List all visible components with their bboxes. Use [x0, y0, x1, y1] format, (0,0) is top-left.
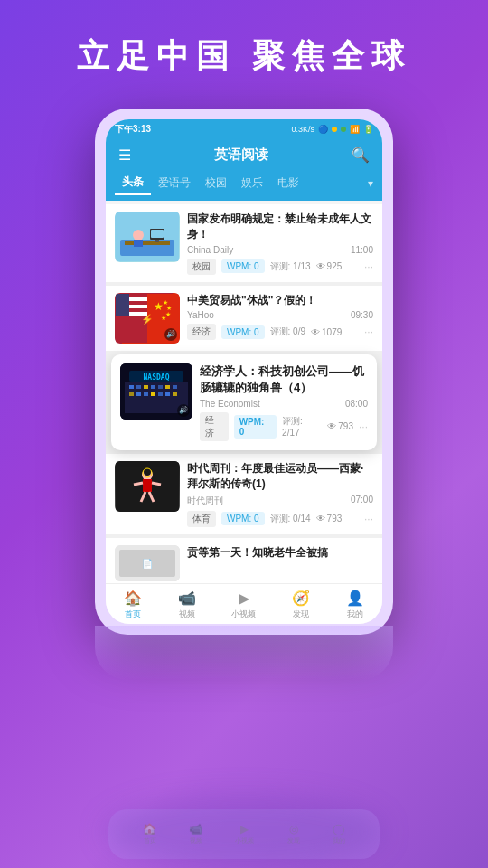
article-meta-4: 时代周刊 07:00	[187, 495, 373, 507]
article-menu-4[interactable]: ···	[364, 513, 373, 525]
phone-frame: 下午3:13 0.3K/s 🔵 📶 🔋 ☰ 英语阅读 🔍 头条	[95, 108, 393, 680]
article-tag-3: 经济	[200, 412, 229, 441]
article-wpm-2: WPM: 0	[221, 326, 265, 339]
signal-dot1	[332, 127, 337, 132]
article-stats-3: 经济 WPM: 0 评测: 2/17 👁 793 ···	[200, 412, 368, 441]
article-time-2: 09:30	[351, 310, 373, 320]
article-review-2: 评测: 0/9	[270, 326, 305, 338]
menu-icon[interactable]: ☰	[118, 146, 131, 164]
article-tag-2: 经济	[187, 324, 216, 340]
svg-rect-15	[116, 294, 129, 316]
article-card-4[interactable]: 时代周刊：年度最佳运动员——西蒙·拜尔斯的传奇(1) 时代周刊 07:00 体育…	[106, 454, 382, 534]
article-card-3[interactable]: NASDAQ 🔊 经济学人：科技初创公司——饥肠辘辘的独角兽（4） The Ec…	[111, 354, 377, 450]
svg-rect-30	[165, 385, 170, 389]
nav-item-profile[interactable]: 👤 我的	[346, 590, 364, 620]
profile-icon: 👤	[346, 590, 364, 607]
svg-rect-33	[136, 392, 141, 396]
article-time-4: 07:00	[351, 495, 373, 507]
content-area: 国家发布明确规定：禁止给未成年人文身！ China Daily 11:00 校园…	[106, 204, 382, 583]
tab-headlines[interactable]: 头条	[115, 171, 151, 195]
article-meta-2: YaHoo 09:30	[187, 310, 373, 320]
article-info-1: 国家发布明确规定：禁止给未成年人文身！ China Daily 11:00 校园…	[187, 212, 373, 275]
article-views-2: 👁 1079	[311, 327, 342, 337]
article-info-5: 贡等第一天！知晓老牛全被搞	[187, 545, 373, 563]
article-review-4: 评测: 0/14	[270, 513, 311, 525]
article-time-3: 08:00	[345, 399, 368, 409]
bottom-nav: 🏠 首页 📹 视频 ▶ 小视频 🧭 发现 👤 我的	[106, 583, 382, 624]
svg-rect-35	[151, 392, 155, 396]
svg-rect-32	[129, 392, 134, 396]
article-title-3: 经济学人：科技初创公司——饥肠辘辘的独角兽（4）	[200, 363, 368, 396]
article-thumb-5: 📄	[115, 545, 180, 581]
network-speed: 0.3K/s	[291, 125, 314, 134]
tab-movies[interactable]: 电影	[270, 172, 306, 194]
article-tag-1: 校园	[187, 259, 216, 275]
nav-item-discover[interactable]: 🧭 发现	[292, 590, 310, 620]
nav-label-profile: 我的	[347, 609, 363, 620]
article-image-1	[115, 212, 180, 262]
svg-text:⚡: ⚡	[141, 313, 154, 326]
nav-title: 英语阅读	[214, 146, 268, 164]
svg-text:★: ★	[166, 305, 172, 311]
article-menu-1[interactable]: ···	[364, 260, 373, 273]
tab-bar: 头条 爱语号 校园 娱乐 电影 ▾	[106, 171, 382, 201]
battery-icon: 🔋	[363, 125, 373, 134]
svg-point-3	[133, 230, 144, 241]
bt-icon: 🔵	[318, 125, 328, 134]
article-title-1: 国家发布明确规定：禁止给未成年人文身！	[187, 212, 373, 242]
svg-text:★: ★	[161, 315, 166, 321]
status-time: 下午3:13	[115, 123, 151, 136]
status-bar: 下午3:13 0.3K/s 🔵 📶 🔋	[106, 119, 382, 139]
article-card-2[interactable]: ★ ★ ★ ★ ★ ⚡ 🔊 中美贸易战"休战"？假的！	[106, 286, 382, 351]
article-image-5: 📄	[115, 545, 180, 581]
svg-rect-37	[165, 392, 170, 396]
article-card-1[interactable]: 国家发布明确规定：禁止给未成年人文身！ China Daily 11:00 校园…	[106, 204, 382, 282]
svg-line-44	[134, 483, 143, 485]
svg-rect-26	[136, 385, 141, 389]
nav-label-video: 视频	[179, 609, 195, 620]
short-video-icon: ▶	[239, 590, 249, 607]
nav-item-home[interactable]: 🏠 首页	[124, 590, 142, 620]
article-title-2: 中美贸易战"休战"？假的！	[187, 293, 373, 308]
svg-text:📄: 📄	[142, 558, 154, 570]
svg-rect-27	[144, 385, 148, 389]
article-title-4: 时代周刊：年度最佳运动员——西蒙·拜尔斯的传奇(1)	[187, 461, 373, 492]
svg-rect-31	[173, 385, 177, 389]
svg-rect-34	[144, 392, 148, 396]
svg-rect-7	[155, 240, 159, 242]
signal-dot2	[341, 127, 346, 132]
status-right: 0.3K/s 🔵 📶 🔋	[291, 125, 373, 134]
tab-aiyuhao[interactable]: 爱语号	[151, 172, 198, 194]
article-tag-4: 体育	[187, 511, 216, 527]
nav-label-short-video: 小视频	[231, 609, 256, 620]
discover-icon: 🧭	[292, 590, 310, 607]
article-time-1: 11:00	[351, 245, 373, 255]
article-stats-2: 经济 WPM: 0 评测: 0/9 👁 1079 ···	[187, 324, 373, 340]
nav-item-video[interactable]: 📹 视频	[178, 590, 196, 620]
search-icon[interactable]: 🔍	[352, 146, 370, 164]
sound-icon-2: 🔊	[164, 328, 177, 341]
nav-item-short-video[interactable]: ▶ 小视频	[231, 590, 256, 620]
tab-campus[interactable]: 校园	[198, 172, 234, 194]
home-icon: 🏠	[124, 590, 142, 607]
article-source-2: YaHoo	[187, 310, 214, 320]
article-menu-2[interactable]: ···	[364, 326, 373, 338]
wifi-icon: 📶	[350, 125, 360, 134]
article-info-3: 经济学人：科技初创公司——饥肠辘辘的独角兽（4） The Economist 0…	[200, 363, 368, 441]
svg-rect-25	[129, 385, 134, 389]
article-wpm-3: WPM: 0	[234, 415, 277, 439]
article-views-1: 👁 925	[316, 261, 343, 271]
article-views-4: 👁 793	[316, 514, 343, 524]
hero-title: 立足中国 聚焦全球	[0, 0, 488, 79]
tab-more-icon[interactable]: ▾	[368, 177, 373, 190]
tab-entertainment[interactable]: 娱乐	[234, 172, 270, 194]
article-wpm-4: WPM: 0	[221, 512, 265, 525]
article-card-5-partial[interactable]: 📄 贡等第一天！知晓老牛全被搞	[106, 538, 382, 583]
article-menu-3[interactable]: ···	[359, 420, 368, 433]
article-stats-1: 校园 WPM: 0 评测: 1/13 👁 925 ···	[187, 259, 373, 275]
svg-rect-43	[143, 479, 152, 492]
nav-label-discover: 发现	[293, 609, 309, 620]
article-source-3: The Economist	[200, 399, 260, 409]
article-thumb-2: ★ ★ ★ ★ ★ ⚡ 🔊	[115, 293, 180, 344]
video-icon: 📹	[178, 590, 196, 607]
